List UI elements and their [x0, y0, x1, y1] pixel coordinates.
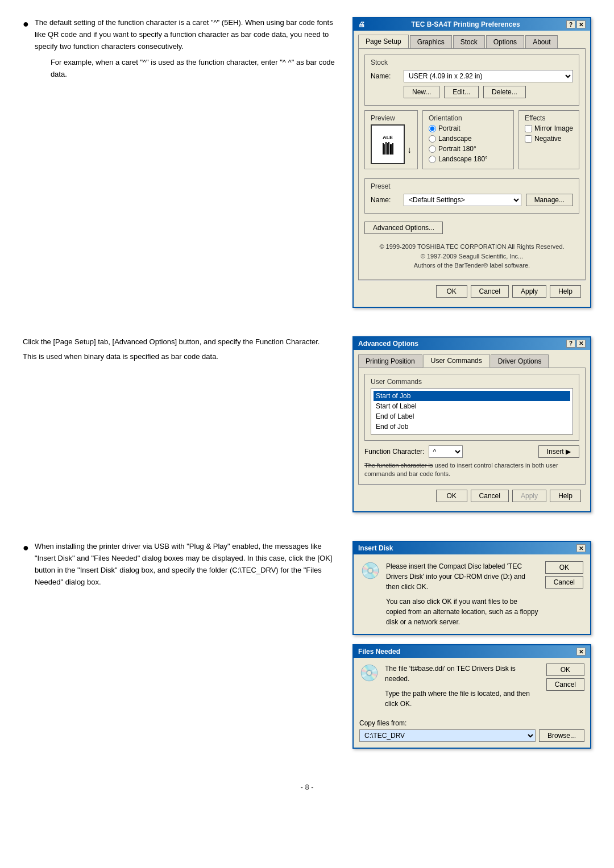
row2-text2: This is used when binary data is specifi… [23, 351, 335, 363]
preview-orientation-row: Preview ALE [364, 110, 579, 174]
page-footer: - 8 - [23, 783, 591, 791]
edit-button[interactable]: Edit... [444, 86, 479, 98]
insert-button[interactable]: Insert ▶ [538, 445, 579, 458]
mirror-checkbox[interactable] [525, 125, 532, 132]
tab-stock[interactable]: Stock [453, 35, 485, 48]
portrait180-radio[interactable] [429, 145, 436, 153]
portrait-radio[interactable] [429, 125, 436, 132]
tab-options[interactable]: Options [486, 35, 524, 48]
copyright-line3: Authors of the BarTender® label software… [364, 261, 579, 270]
insert-disk-dialog: Insert Disk ✕ 💿 Please insert the Compac… [352, 541, 591, 635]
dialog2-cancel-btn[interactable]: Cancel [471, 490, 509, 502]
info-text-highlight: The function character is [364, 462, 433, 469]
preset-group: Preset Name: <Default Settings> Manage..… [364, 178, 579, 214]
dialog3-cancel-btn[interactable]: Cancel [545, 576, 583, 589]
barcode-line [384, 144, 385, 155]
dialog1-close-btn[interactable]: ✕ [576, 20, 586, 28]
dialog3-ok-btn[interactable]: OK [545, 561, 583, 574]
dialog4-body: 💿 The file 'tt#base.ddi' on TEC Drivers … [354, 658, 590, 719]
dialog3-buttons: OK Cancel [545, 561, 583, 589]
preset-row: Name: <Default Settings> Manage... [371, 194, 573, 206]
files-needed-dialog: Files Needed ✕ 💿 The file 'tt#base.ddi' … [352, 644, 591, 749]
dialog2-tabs: Printing Position User Commands Driver O… [358, 354, 586, 368]
dialog2-ok-btn[interactable]: OK [436, 490, 467, 502]
tab-graphics[interactable]: Graphics [410, 35, 452, 48]
preset-name-label: Name: [371, 196, 399, 204]
files-disk-icon: 💿 [359, 663, 379, 682]
cmd-start-job[interactable]: Start of Job [374, 391, 570, 401]
tab-printing-position[interactable]: Printing Position [358, 354, 422, 368]
copyright-block: © 1999-2009 TOSHIBA TEC CORPORATION All … [364, 242, 579, 270]
preset-select[interactable]: <Default Settings> [404, 194, 521, 206]
user-commands-group: User Commands Start of Job Start of Labe… [364, 374, 579, 441]
new-button[interactable]: New... [404, 86, 439, 98]
bullet-dot-1: ● [23, 17, 29, 81]
dialog4-close-btn[interactable]: ✕ [576, 648, 586, 656]
barcode-line [387, 143, 388, 155]
user-commands-list[interactable]: Start of Job Start of Label End of Label… [371, 388, 573, 435]
dialog4-cancel-btn[interactable]: Cancel [546, 678, 584, 691]
cmd-start-label[interactable]: Start of Label [374, 401, 570, 411]
row3: ● When installing the printer driver via… [23, 541, 591, 760]
cmd-end-label[interactable]: End of Label [374, 411, 570, 422]
landscape-radio[interactable] [429, 135, 436, 143]
mirror-label: Mirror Image [534, 124, 573, 132]
browse-button[interactable]: Browse... [539, 729, 584, 742]
barcode-line [383, 143, 384, 155]
dialog1-body: Page Setup Graphics Stock Options About … [354, 31, 590, 307]
copyright-line2: © 1997-2009 Seagull Scientific, Inc... [364, 252, 579, 261]
dialog3-close-btn[interactable]: ✕ [576, 544, 586, 552]
dialog1-tabs: Page Setup Graphics Stock Options About [358, 35, 586, 48]
manage-button[interactable]: Manage... [526, 194, 573, 206]
tab-driver-options[interactable]: Driver Options [491, 354, 549, 368]
dialog2-close-btn[interactable]: ✕ [576, 340, 586, 348]
row3-left: ● When installing the printer driver via… [23, 541, 335, 598]
dialog1-help-btn2[interactable]: Help [550, 285, 581, 298]
dialog1-apply-btn[interactable]: Apply [512, 285, 546, 298]
stock-name-select[interactable]: USER (4.09 in x 2.92 in) [404, 70, 573, 82]
dialog1-container: 🖨 TEC B-SA4T Printing Preferences ? ✕ Pa… [352, 17, 591, 319]
files-text1: The file 'tt#base.ddi' on TEC Drivers Di… [385, 663, 541, 684]
dialog1-ok-btn[interactable]: OK [436, 285, 467, 298]
dialog1-footer: OK Cancel Apply Help [358, 280, 586, 302]
negative-checkbox[interactable] [525, 135, 532, 143]
portrait-label: Portrait [438, 124, 460, 132]
dialog1-title-icon: 🖨 [358, 20, 365, 28]
dialog3-body: 💿 Please insert the Compact Disc labeled… [354, 554, 590, 634]
copy-path-select[interactable]: C:\TEC_DRV [359, 729, 536, 742]
function-char-row: Function Character: ^ Insert ▶ [364, 445, 579, 458]
dialog3-controls: ✕ [576, 544, 586, 552]
dialog2-container: Advanced Options ? ✕ Printing Position U… [352, 336, 591, 524]
row2-text1: Click the [Page Setup] tab, [Advanced Op… [23, 336, 335, 348]
portrait-radio-row: Portrait [429, 124, 508, 132]
tab-about[interactable]: About [525, 35, 558, 48]
copy-from-row-inner: C:\TEC_DRV Browse... [359, 729, 584, 742]
dialog4-ok-btn[interactable]: OK [546, 663, 584, 676]
disk-text1: Please insert the Compact Disc labeled '… [386, 561, 540, 592]
bullet-item-2: ● When installing the printer driver via… [23, 541, 335, 588]
dialog2-tab-content: User Commands Start of Job Start of Labe… [358, 368, 586, 485]
tab-user-commands[interactable]: User Commands [424, 354, 489, 368]
info-text-1: used to insert control characters in bot… [433, 462, 558, 469]
dialog2-help-btn[interactable]: ? [566, 340, 575, 348]
copy-from-section: Copy files from: C:\TEC_DRV Browse... [354, 719, 590, 748]
barcode-line [390, 144, 392, 155]
delete-button[interactable]: Delete... [483, 86, 526, 98]
dialog1-cancel-btn[interactable]: Cancel [471, 285, 509, 298]
dialog1-help-btn[interactable]: ? [566, 20, 575, 28]
cmd-end-job[interactable]: End of Job [374, 422, 570, 432]
preview-label: ALE [383, 135, 393, 140]
dialog2-help-btn2[interactable]: Help [550, 490, 581, 502]
stock-legend: Stock [371, 59, 573, 66]
dialog2-footer: OK Cancel Apply Help [358, 485, 586, 507]
function-char-select[interactable]: ^ [429, 445, 463, 458]
row2: Click the [Page Setup] tab, [Advanced Op… [23, 336, 591, 524]
stock-name-row: Name: USER (4.09 in x 2.92 in) [371, 70, 573, 82]
advanced-options-button[interactable]: Advanced Options... [364, 222, 443, 234]
dialog2-apply-btn[interactable]: Apply [512, 490, 546, 502]
advanced-options-dialog: Advanced Options ? ✕ Printing Position U… [352, 336, 591, 513]
preset-legend: Preset [371, 182, 573, 190]
landscape180-radio[interactable] [429, 156, 436, 163]
tab-page-setup[interactable]: Page Setup [358, 35, 409, 48]
dialog4-controls: ✕ [576, 648, 586, 656]
